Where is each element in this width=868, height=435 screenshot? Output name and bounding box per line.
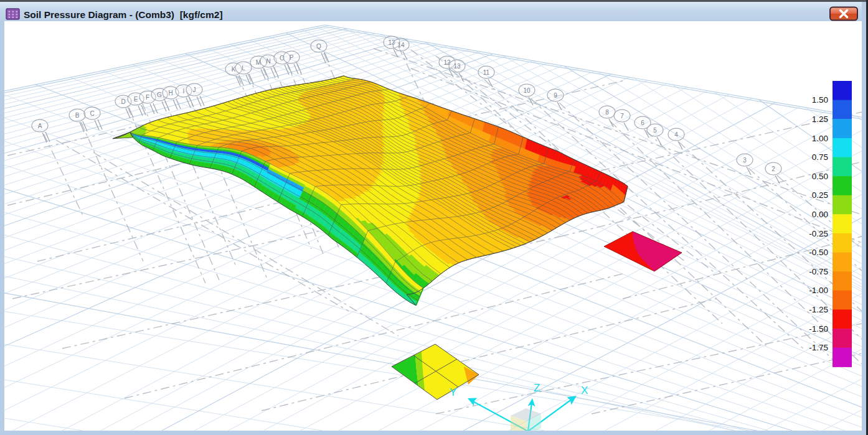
svg-text:D: D <box>121 98 125 105</box>
svg-text:0.00: 0.00 <box>812 210 828 219</box>
svg-text:K: K <box>232 66 236 73</box>
svg-text:4: 4 <box>674 131 678 138</box>
svg-text:-0.75: -0.75 <box>809 267 828 276</box>
svg-text:L: L <box>242 65 245 72</box>
svg-text:X: X <box>581 385 588 396</box>
svg-text:B: B <box>75 112 80 119</box>
svg-text:13: 13 <box>453 63 461 70</box>
svg-text:I: I <box>183 88 185 95</box>
svg-text:E: E <box>134 96 138 103</box>
svg-text:1.25: 1.25 <box>812 115 828 124</box>
svg-text:14: 14 <box>397 42 405 49</box>
svg-text:8: 8 <box>605 109 609 116</box>
svg-text:6: 6 <box>641 119 644 126</box>
svg-text:-0.25: -0.25 <box>809 229 828 238</box>
svg-text:Soil Pressure Diagram - (Comb3: Soil Pressure Diagram - (Comb3) [kgf/cm2… <box>24 9 223 20</box>
svg-text:1.00: 1.00 <box>812 134 828 143</box>
svg-text:G: G <box>157 91 162 98</box>
svg-text:P: P <box>290 54 294 61</box>
svg-text:C: C <box>90 110 94 117</box>
svg-text:2: 2 <box>771 166 775 172</box>
svg-text:N: N <box>266 58 270 65</box>
svg-text:-1.00: -1.00 <box>809 286 828 295</box>
svg-text:0.50: 0.50 <box>812 172 828 181</box>
svg-text:-1.50: -1.50 <box>809 324 828 334</box>
svg-text:10: 10 <box>523 87 531 94</box>
svg-text:-1.25: -1.25 <box>809 305 828 314</box>
svg-text:Y: Y <box>450 386 456 398</box>
svg-text:F: F <box>146 94 149 101</box>
svg-text:1.50: 1.50 <box>812 95 828 105</box>
svg-text:7: 7 <box>620 113 624 119</box>
svg-text:11: 11 <box>483 69 490 76</box>
svg-text:Z: Z <box>534 382 540 394</box>
svg-text:A: A <box>38 123 42 129</box>
svg-text:0.25: 0.25 <box>812 190 828 200</box>
svg-text:0.75: 0.75 <box>812 152 828 162</box>
svg-text:5: 5 <box>653 127 657 134</box>
svg-text:-1.75: -1.75 <box>809 343 828 352</box>
svg-text:-0.50: -0.50 <box>809 248 828 257</box>
svg-text:3: 3 <box>743 157 747 164</box>
svg-text:H: H <box>168 90 172 96</box>
svg-text:J: J <box>193 87 196 93</box>
svg-text:9: 9 <box>554 92 557 99</box>
svg-text:Q: Q <box>316 43 321 50</box>
